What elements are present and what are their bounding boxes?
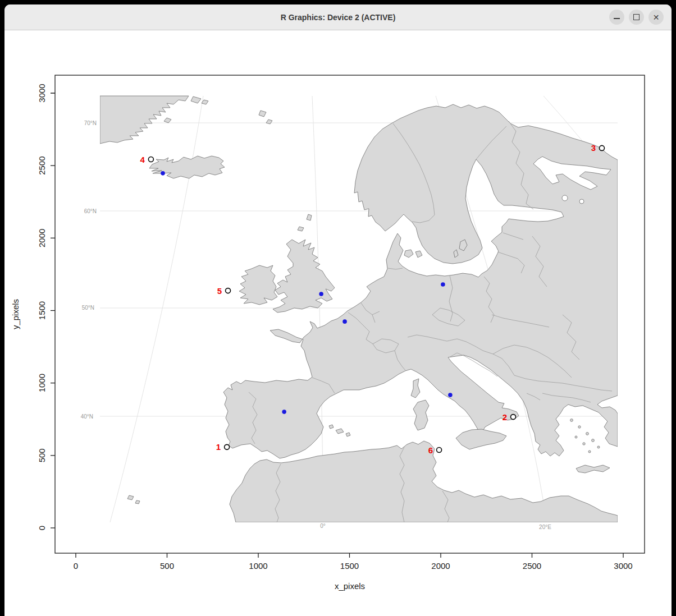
y-tick-label: 3000	[37, 84, 47, 102]
x-tick-label: 0	[74, 561, 78, 571]
blue-point	[342, 319, 347, 324]
numbered-point-circle	[437, 448, 442, 453]
x-tick-label: 3000	[614, 561, 632, 571]
numbered-point-label: 3	[591, 143, 596, 153]
land-crete	[576, 465, 610, 473]
y-axis-ticks: 050010001500200025003000	[37, 84, 55, 530]
blue-point	[319, 292, 323, 296]
land-sicily	[456, 429, 506, 449]
y-tick-label: 1500	[37, 301, 47, 320]
r-graphics-window: R Graphics: Device 2 (ACTIVE) ✕	[4, 4, 672, 616]
window-titlebar: R Graphics: Device 2 (ACTIVE) ✕	[4, 4, 672, 30]
x-tick-label: 2500	[523, 561, 541, 571]
numbered-point-circle	[599, 145, 604, 150]
numbered-point-circle	[511, 415, 516, 420]
land-greenland	[100, 96, 189, 144]
x-tick-label: 1000	[249, 561, 267, 571]
blue-point	[441, 282, 445, 287]
y-tick-label: 500	[37, 448, 47, 462]
y-tick-label: 0	[37, 526, 47, 530]
window-title: R Graphics: Device 2 (ACTIVE)	[281, 13, 396, 22]
x-tick-label: 500	[160, 561, 174, 571]
plot-svg: 050010001500200025003000 050010001500200…	[4, 30, 672, 616]
numbered-point-circle	[226, 288, 231, 293]
y-tick-label: 2500	[37, 156, 47, 174]
numbered-point-label: 1	[216, 442, 221, 452]
graticule-label: 0°	[320, 523, 326, 529]
blue-point	[282, 410, 286, 414]
x-axis-title: x_pixels	[335, 581, 365, 591]
close-button[interactable]: ✕	[648, 10, 664, 25]
numbered-point-label: 4	[140, 155, 145, 164]
minimize-button[interactable]	[609, 10, 624, 25]
graticule-label: 70°N	[84, 120, 97, 126]
maximize-button[interactable]	[629, 10, 644, 25]
land-iceland	[149, 156, 225, 178]
graticule-label: 40°N	[81, 413, 93, 420]
blue-point	[448, 393, 453, 397]
land-sardinia	[413, 400, 429, 430]
x-axis-ticks: 050010001500200025003000	[74, 553, 633, 571]
x-tick-label: 2000	[431, 561, 450, 571]
numbered-point-label: 5	[217, 286, 222, 296]
blue-point	[161, 171, 165, 176]
x-tick-label: 1500	[340, 561, 359, 571]
numbered-point-label: 6	[428, 445, 433, 455]
numbered-point-circle	[148, 157, 153, 162]
y-axis-title: y_pixels	[11, 299, 20, 329]
numbered-point-label: 2	[503, 412, 507, 422]
screenshot-root: R Graphics: Device 2 (ACTIVE) ✕	[0, 0, 676, 616]
y-tick-label: 1000	[37, 374, 47, 392]
numbered-point-circle	[225, 444, 230, 449]
land-polygons	[100, 96, 618, 522]
graticule-label: 50°N	[82, 305, 94, 311]
maximize-icon	[633, 14, 640, 20]
close-icon: ✕	[653, 13, 660, 21]
minimize-icon	[614, 18, 620, 19]
window-controls: ✕	[609, 4, 664, 30]
land-corsica	[411, 379, 420, 398]
land-great-britain	[273, 240, 335, 312]
land-ireland	[239, 265, 277, 305]
graticule-label: 60°N	[84, 208, 97, 214]
graticule-label: 20°E	[539, 524, 551, 530]
basemap	[100, 96, 618, 524]
y-tick-label: 2000	[37, 229, 47, 247]
plot-device-canvas: 050010001500200025003000 050010001500200…	[4, 30, 672, 616]
